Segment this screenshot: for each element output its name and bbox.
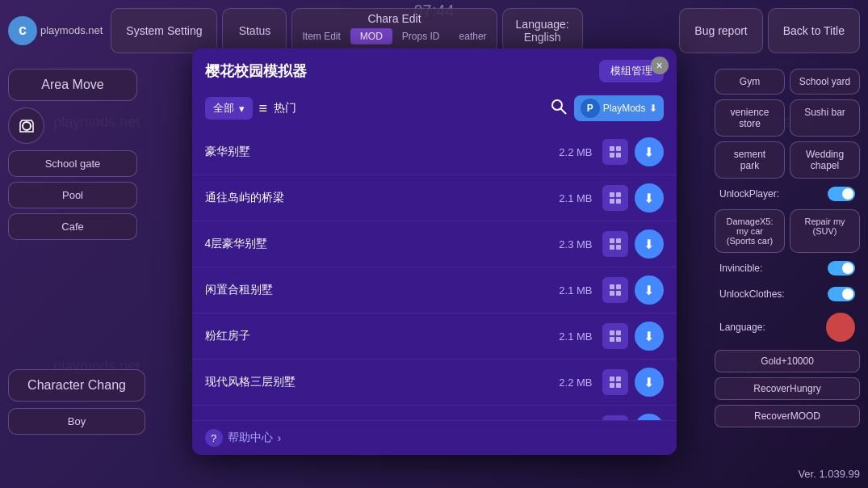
mod-name: 闲置合租别墅 [205,283,552,297]
svg-rect-3 [610,146,614,151]
mod-download-button[interactable]: ⬇ [635,229,664,259]
svg-rect-11 [610,238,614,243]
svg-rect-20 [616,330,621,335]
modal-title: 樱花校园模拟器 [205,61,307,81]
mod-list-item[interactable]: 动画小花仙子夏安安的家 2.2 MB ⬇ [192,406,677,420]
mod-download-button[interactable]: ⬇ [635,368,664,397]
svg-rect-24 [616,377,621,381]
mod-preview-button[interactable] [602,277,628,303]
svg-rect-15 [610,284,614,289]
mod-preview-button[interactable] [602,185,628,211]
mod-download-button[interactable]: ⬇ [635,183,664,212]
search-button[interactable] [550,98,568,120]
mod-modal: × 樱花校园模拟器 模组管理 全部 ▾ ≡ 热门 P [192,48,677,455]
svg-rect-10 [616,199,621,204]
mod-download-button[interactable]: ⬇ [635,276,664,305]
preview-icon [608,237,623,251]
svg-rect-6 [616,153,621,158]
svg-rect-19 [610,330,614,335]
filter-icon: ≡ [259,100,268,117]
svg-rect-9 [610,199,614,204]
hot-label: 热门 [274,101,296,116]
mod-preview-button[interactable] [602,323,628,349]
mod-list-item[interactable]: 粉红房子 2.1 MB ⬇ [192,313,677,360]
mod-download-button[interactable]: ⬇ [635,414,664,420]
svg-rect-13 [610,245,614,250]
mod-list-item[interactable]: 现代风格三层别墅 2.2 MB ⬇ [192,360,677,406]
modal-search-bar: 全部 ▾ ≡ 热门 P PlayMods ⬇ [192,90,677,129]
svg-rect-26 [616,383,621,388]
svg-rect-7 [610,192,614,197]
chevron-down-icon: ▾ [239,103,245,115]
mod-download-button[interactable]: ⬇ [635,322,664,351]
mod-preview-button[interactable] [602,369,628,395]
mod-name: 现代风格三层别墅 [205,375,552,389]
svg-rect-17 [610,291,614,296]
mod-preview-button[interactable] [602,231,628,257]
category-select[interactable]: 全部 ▾ [205,97,253,120]
modal-header: 樱花校园模拟器 模组管理 [192,48,677,90]
svg-point-1 [552,100,562,110]
mod-name: 通往岛屿的桥梁 [205,191,552,205]
svg-rect-14 [616,245,621,250]
filter-button[interactable]: ≡ [259,100,268,117]
playmods-logo-button[interactable]: P PlayMods ⬇ [574,95,664,121]
help-label: 帮助中心 [228,431,273,445]
svg-rect-8 [616,192,621,197]
search-icon [550,98,568,116]
chevron-right-icon: › [278,431,282,444]
modal-footer: ? 帮助中心 › [192,420,677,455]
modal-overlay: × 樱花校园模拟器 模组管理 全部 ▾ ≡ 热门 P [0,0,868,488]
svg-rect-21 [610,337,614,342]
mod-list-item[interactable]: 闲置合租别墅 2.1 MB ⬇ [192,267,677,313]
preview-icon [608,145,623,159]
mod-size: 2.3 MB [552,238,593,250]
download-icon: ⬇ [649,103,657,114]
mod-list-item[interactable]: 4层豪华别墅 2.3 MB ⬇ [192,221,677,267]
svg-line-2 [560,108,566,114]
svg-rect-4 [616,146,621,151]
mod-size: 2.1 MB [552,330,593,343]
preview-icon [608,329,623,343]
mod-preview-button[interactable] [602,139,628,165]
svg-rect-12 [616,238,621,243]
playmods-circle-icon: P [581,99,600,118]
category-label: 全部 [213,101,234,116]
svg-rect-25 [610,383,614,388]
mod-name: 豪华别墅 [205,145,552,159]
svg-rect-22 [616,337,621,342]
mod-list: 豪华别墅 2.2 MB ⬇ 通往岛屿的桥梁 2.1 MB [192,129,677,420]
preview-icon [608,375,623,389]
help-button[interactable]: ? 帮助中心 › [205,429,282,447]
modal-close-button[interactable]: × [651,57,669,74]
svg-rect-16 [616,284,621,289]
playmods-label: PlayMods [603,103,646,114]
mod-size: 2.1 MB [552,284,593,297]
help-icon: ? [205,429,223,447]
mod-list-item[interactable]: 通往岛屿的桥梁 2.1 MB ⬇ [192,175,677,221]
mod-name: 4层豪华别墅 [205,237,552,251]
mod-list-item[interactable]: 豪华别墅 2.2 MB ⬇ [192,129,677,175]
mod-size: 2.1 MB [552,192,593,204]
mod-download-button[interactable]: ⬇ [635,137,664,166]
svg-rect-5 [610,153,614,158]
mod-name: 粉红房子 [205,329,552,343]
preview-icon [608,191,623,205]
svg-rect-23 [610,377,614,381]
mod-preview-button[interactable] [602,415,628,420]
svg-rect-18 [616,291,621,296]
mod-size: 2.2 MB [552,146,593,158]
preview-icon [608,283,623,297]
mod-size: 2.2 MB [552,377,593,389]
